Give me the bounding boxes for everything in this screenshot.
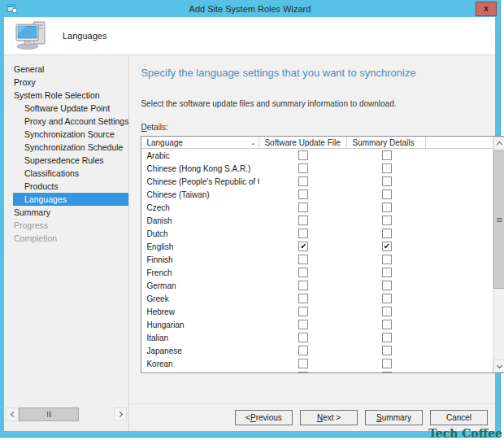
software-update-file-checkbox[interactable] [298, 190, 308, 199]
table-row-danish[interactable]: Danish [141, 214, 493, 227]
table-row-hungarian[interactable]: Hungarian [141, 318, 493, 331]
table-vertical-scrollbar[interactable] [493, 137, 504, 372]
software-update-file-checkbox[interactable] [298, 359, 308, 368]
software-update-file-checkbox[interactable] [298, 150, 308, 160]
summary-details-checkbox[interactable] [382, 229, 392, 238]
summary-details-checkbox[interactable] [382, 176, 392, 186]
sidebar-item-products[interactable]: Products [4, 180, 128, 193]
sidebar-item-classifications[interactable]: Classifications [4, 167, 128, 180]
software-update-file-checkbox[interactable] [298, 163, 308, 173]
sidebar-scroll-thumb[interactable] [19, 407, 79, 421]
software-update-file-checkbox[interactable] [298, 203, 308, 212]
table-scroll-track[interactable] [493, 150, 504, 359]
table-row-arabic[interactable]: Arabic [141, 149, 493, 162]
software-update-file-checkbox[interactable] [298, 176, 308, 186]
sidebar-item-general[interactable]: General [4, 63, 128, 76]
table-row-dutch[interactable]: Dutch [141, 227, 493, 240]
software-update-file-checkbox[interactable] [298, 320, 308, 329]
sidebar-scroll-track[interactable] [19, 407, 114, 421]
software-update-file-checkbox-cell [259, 268, 347, 277]
next-button[interactable]: Next > [300, 410, 358, 425]
table-row-chinese-hong-kong-s-a-r[interactable]: Chinese (Hong Kong S.A.R.) [141, 162, 493, 175]
software-update-file-checkbox-cell [259, 307, 347, 316]
software-update-file-checkbox[interactable] [298, 346, 308, 355]
summary-details-checkbox[interactable] [382, 242, 392, 251]
summary-details-checkbox[interactable] [382, 268, 392, 277]
language-table-body: ArabicChinese (Hong Kong S.A.R.)Chinese … [141, 149, 493, 373]
scroll-right-icon[interactable] [114, 407, 127, 421]
table-scroll-thumb[interactable] [493, 150, 504, 289]
table-row-czech[interactable]: Czech [141, 201, 493, 214]
watermark: Tech Coffee [428, 427, 502, 440]
summary-details-checkbox[interactable] [382, 346, 392, 355]
summary-details-checkbox[interactable] [382, 203, 392, 212]
table-row-chinese-taiwan[interactable]: Chinese (Taiwan) [141, 188, 493, 201]
content-area: Specify the language settings that you w… [129, 55, 495, 403]
table-row-german[interactable]: German [141, 279, 493, 292]
sidebar-item-software-update-point[interactable]: Software Update Point [4, 102, 128, 115]
summary-details-checkbox[interactable] [382, 320, 392, 329]
sidebar-item-synchronization-source[interactable]: Synchronization Source [4, 128, 128, 141]
scroll-left-icon[interactable] [6, 407, 19, 421]
summary-details-checkbox[interactable] [382, 294, 392, 303]
table-row-italian[interactable]: Italian [141, 331, 493, 344]
language-name: Finnish [141, 255, 259, 264]
language-name: Chinese (Hong Kong S.A.R.) [141, 164, 259, 173]
software-update-file-checkbox[interactable] [298, 242, 308, 251]
summary-details-checkbox[interactable] [382, 216, 392, 225]
software-update-file-checkbox[interactable] [298, 307, 308, 316]
sidebar-item-supersedence-rules[interactable]: Supersedence Rules [4, 154, 128, 167]
software-update-file-checkbox[interactable] [298, 216, 308, 225]
language-name: Dutch [141, 229, 259, 238]
summary-details-checkbox[interactable] [382, 359, 392, 368]
table-row-french[interactable]: French [141, 266, 493, 279]
summary-details-checkbox[interactable] [382, 163, 392, 173]
software-update-file-checkbox-cell [259, 294, 347, 303]
summary-button[interactable]: Summary [365, 410, 423, 425]
table-row-greek[interactable]: Greek [141, 292, 493, 305]
scroll-up-icon[interactable] [493, 137, 504, 150]
summary-details-checkbox[interactable] [382, 190, 392, 199]
column-header-language[interactable]: Language ▲ [141, 137, 259, 148]
software-update-file-checkbox[interactable] [298, 372, 308, 373]
summary-details-checkbox[interactable] [382, 333, 392, 342]
software-update-file-checkbox[interactable] [298, 229, 308, 238]
summary-details-checkbox-cell [347, 242, 426, 251]
software-update-file-checkbox[interactable] [298, 268, 308, 277]
software-update-file-checkbox-cell [259, 320, 347, 329]
software-update-file-checkbox[interactable] [298, 281, 308, 290]
software-update-file-checkbox[interactable] [298, 294, 308, 303]
wizard-header: Languages [4, 17, 495, 55]
table-row-chinese-people-s-republic-of-china[interactable]: Chinese (People's Republic of China) [141, 175, 493, 188]
table-row-korean[interactable]: Korean [141, 357, 493, 370]
table-row-japanese[interactable]: Japanese [141, 344, 493, 357]
summary-details-checkbox[interactable] [382, 255, 392, 264]
column-header-summary-details[interactable]: Summary Details [347, 137, 426, 148]
summary-details-checkbox[interactable] [382, 372, 392, 373]
software-update-file-checkbox[interactable] [298, 333, 308, 342]
sidebar-item-synchronization-schedule[interactable]: Synchronization Schedule [4, 141, 128, 154]
software-update-file-checkbox[interactable] [298, 255, 308, 264]
close-button[interactable]: x [476, 2, 497, 16]
scroll-down-icon[interactable] [493, 359, 504, 372]
summary-details-checkbox[interactable] [382, 307, 392, 316]
table-row-finnish[interactable]: Finnish [141, 253, 493, 266]
sidebar-item-proxy-and-account-settings[interactable]: Proxy and Account Settings [4, 115, 128, 128]
previous-button[interactable]: < Previous [235, 410, 293, 425]
sidebar-item-summary[interactable]: Summary [4, 206, 128, 219]
summary-details-checkbox-cell [347, 203, 426, 212]
summary-details-checkbox[interactable] [382, 281, 392, 290]
sidebar-item-languages[interactable]: Languages [13, 193, 128, 206]
summary-details-checkbox-cell [347, 372, 426, 373]
summary-details-checkbox[interactable] [382, 150, 392, 160]
language-name: English [141, 242, 259, 251]
sidebar-item-proxy[interactable]: Proxy [4, 76, 128, 89]
table-row-hebrew[interactable]: Hebrew [141, 305, 493, 318]
table-row-blank[interactable] [141, 370, 493, 373]
sidebar-item-completion: Completion [4, 232, 128, 245]
table-row-english[interactable]: English [141, 240, 493, 253]
sidebar-item-system-role-selection[interactable]: System Role Selection [4, 89, 128, 102]
sidebar-horizontal-scrollbar[interactable] [6, 407, 127, 421]
column-header-software-update-file[interactable]: Software Update File [259, 137, 347, 148]
cancel-button[interactable]: Cancel [430, 410, 488, 425]
